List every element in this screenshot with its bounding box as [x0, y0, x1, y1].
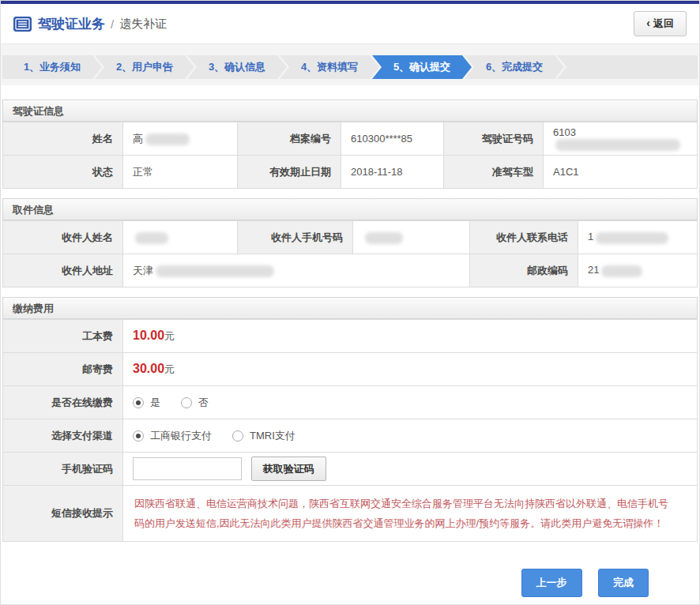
- online-payment-yes-radio[interactable]: 是: [133, 396, 160, 410]
- value-text: 2018-11-18: [351, 166, 403, 178]
- breadcrumb-separator: /: [111, 17, 114, 31]
- redaction-smudge: [145, 133, 190, 145]
- table-row: 姓名 高 档案编号 610300****85 驾驶证号码 6103: [3, 122, 698, 156]
- recipient-mobile-value: [353, 221, 470, 254]
- icbc-payment-radio[interactable]: 工商银行支付: [133, 429, 212, 443]
- payment-channel-label: 选择支付渠道: [3, 419, 123, 453]
- back-button[interactable]: ‹返回: [634, 11, 687, 36]
- step-2-user-declaration[interactable]: 2、用户申告: [95, 55, 194, 79]
- mailing-fee-label: 邮寄费: [3, 353, 123, 386]
- step-bar-filler: [557, 55, 698, 79]
- step-label: 4、资料填写: [301, 61, 358, 73]
- name-label: 姓名: [3, 122, 123, 156]
- license-info-section: 驾驶证信息 姓名 高 档案编号 610300****85 驾驶证号码 6103 …: [2, 100, 698, 189]
- get-sms-code-button[interactable]: 获取验证码: [251, 457, 326, 481]
- recipient-mobile-label: 收件人手机号码: [238, 221, 353, 254]
- redaction-smudge: [596, 232, 668, 244]
- sms-notice-cell: 因陕西省联通、电信运营商技术问题，陕西省互联网交通安全综合服务管理平台无法向持陕…: [123, 486, 698, 542]
- recipient-phone-value: 1: [578, 221, 698, 254]
- license-no-value: 6103: [544, 122, 698, 156]
- table-row: 收件人姓名 收件人手机号码 收件人联系电话 1: [3, 221, 698, 254]
- postal-code-label: 邮政编码: [470, 254, 578, 287]
- step-label: 3、确认信息: [209, 61, 265, 73]
- back-button-label: 返回: [653, 17, 674, 29]
- step-progress-bar: 1、业务须知 2、用户申告 3、确认信息 4、资料填写 5、确认提交 6、完成提…: [2, 55, 698, 79]
- status-value: 正常: [123, 156, 238, 189]
- production-fee-amount: 10.00: [133, 329, 164, 342]
- mailing-fee-value: 30.00元: [123, 353, 698, 386]
- sms-code-field: 获取验证码: [123, 453, 698, 486]
- step-6-complete-submit[interactable]: 6、完成提交: [465, 55, 564, 79]
- value-text: 6103: [553, 126, 576, 138]
- redaction-smudge: [601, 265, 642, 277]
- redaction-smudge: [555, 139, 680, 151]
- redaction-smudge: [365, 232, 403, 244]
- currency-unit: 元: [164, 363, 175, 375]
- sms-notice-label: 短信接收提示: [3, 486, 123, 542]
- previous-step-button[interactable]: 上一步: [521, 569, 582, 597]
- file-no-label: 档案编号: [238, 122, 341, 156]
- payment-channel-options: 工商银行支付 TMRI支付: [123, 419, 698, 453]
- online-payment-options: 是 否: [123, 386, 698, 419]
- table-row: 选择支付渠道 工商银行支付 TMRI支付: [3, 419, 698, 453]
- online-payment-no-radio[interactable]: 否: [181, 396, 209, 410]
- redaction-smudge: [135, 232, 168, 244]
- payment-channel-radio-group: 工商银行支付 TMRI支付: [133, 429, 687, 443]
- mailing-fee-amount: 30.00: [133, 362, 164, 375]
- value-text: 610300****85: [351, 133, 412, 145]
- tmri-payment-radio[interactable]: TMRI支付: [232, 429, 295, 443]
- radio-option-label: 是: [150, 396, 160, 410]
- table-row: 短信接收提示 因陕西省联通、电信运营商技术问题，陕西省互联网交通安全综合服务管理…: [3, 486, 698, 542]
- online-payment-radio-group: 是 否: [133, 396, 687, 410]
- radio-icon: [232, 430, 243, 442]
- license-no-label: 驾驶证号码: [444, 122, 544, 156]
- pickup-section-title: 取件信息: [2, 198, 698, 220]
- value-text: 21: [588, 264, 599, 276]
- value-text: 正常: [133, 166, 153, 178]
- recipient-phone-label: 收件人联系电话: [470, 221, 578, 254]
- step-label: 6、完成提交: [486, 61, 543, 73]
- vehicle-class-label: 准驾车型: [444, 156, 544, 189]
- redaction-smudge: [156, 265, 274, 277]
- step-4-fill-data[interactable]: 4、资料填写: [280, 55, 379, 79]
- step-1-business-notice[interactable]: 1、业务须知: [2, 55, 102, 79]
- table-row: 状态 正常 有效期止日期 2018-11-18 准驾车型 A1C1: [3, 156, 698, 189]
- online-payment-label: 是否在线缴费: [3, 386, 123, 419]
- value-text: 1: [588, 231, 593, 242]
- recipient-name-value: [123, 221, 238, 254]
- footer-actions: 上一步 完成: [2, 551, 698, 605]
- page-title: 驾驶证业务: [38, 15, 105, 33]
- license-info-table: 姓名 高 档案编号 610300****85 驾驶证号码 6103 状态 正常 …: [2, 122, 698, 189]
- postal-code-value: 21: [578, 254, 698, 287]
- recipient-address-label: 收件人地址: [3, 254, 123, 287]
- table-row: 手机验证码 获取验证码: [3, 453, 698, 486]
- license-section-title: 驾驶证信息: [2, 100, 698, 122]
- value-text: A1C1: [553, 166, 579, 178]
- radio-icon: [133, 397, 144, 408]
- chevron-left-icon: ‹: [646, 17, 650, 29]
- name-value: 高: [123, 122, 238, 156]
- sms-code-input[interactable]: [133, 457, 242, 480]
- breadcrumb-current: 遗失补证: [119, 17, 167, 32]
- step-label: 5、确认提交: [393, 61, 450, 73]
- fees-table: 工本费 10.00元 邮寄费 30.00元 是否在线缴费 是 否 选择支付渠道: [2, 319, 698, 542]
- radio-icon: [181, 397, 192, 408]
- table-row: 收件人地址 天津 邮政编码 21: [3, 254, 698, 287]
- pickup-info-table: 收件人姓名 收件人手机号码 收件人联系电话 1 收件人地址 天津 邮政编码 21: [2, 220, 698, 287]
- vehicle-class-value: A1C1: [544, 156, 698, 189]
- status-label: 状态: [3, 156, 123, 189]
- production-fee-value: 10.00元: [123, 320, 698, 353]
- step-label: 2、用户申告: [116, 61, 173, 73]
- fees-section: 缴纳费用 工本费 10.00元 邮寄费 30.00元 是否在线缴费 是 否: [2, 297, 698, 542]
- recipient-address-value: 天津: [123, 254, 470, 287]
- main-content: 驾驶证信息 姓名 高 档案编号 610300****85 驾驶证号码 6103 …: [1, 85, 699, 605]
- step-3-confirm-info[interactable]: 3、确认信息: [187, 55, 287, 79]
- radio-option-label: 工商银行支付: [150, 429, 212, 443]
- table-row: 是否在线缴费 是 否: [3, 386, 698, 419]
- radio-option-label: TMRI支付: [250, 429, 295, 443]
- step-5-confirm-submit[interactable]: 5、确认提交: [372, 55, 472, 79]
- recipient-name-label: 收件人姓名: [3, 221, 123, 254]
- value-text: 高: [133, 133, 143, 145]
- value-text: 天津: [133, 265, 153, 276]
- finish-button[interactable]: 完成: [598, 569, 649, 597]
